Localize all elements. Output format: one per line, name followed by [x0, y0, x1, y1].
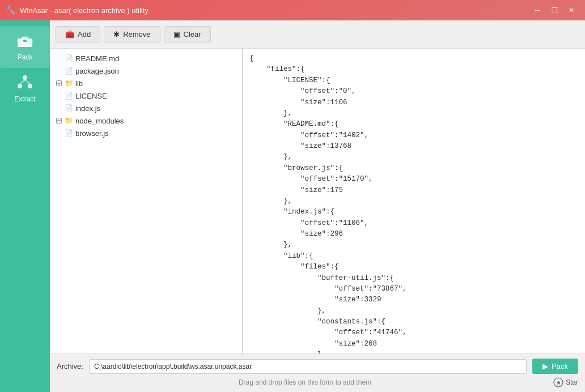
bottom-bar: Archive: ▶ Pack Drag and drop files on t… — [50, 353, 585, 392]
add-button[interactable]: 🧰 Add — [56, 26, 100, 42]
content-area: 🧰 Add ✱ Remove ▣ Clear 📄 README.md — [50, 20, 585, 392]
tree-item-label: index.js — [75, 104, 100, 113]
archive-row: Archive: ▶ Pack — [57, 359, 578, 374]
svg-line-7 — [20, 80, 25, 84]
minimize-button[interactable]: ─ — [529, 4, 545, 16]
tree-expander — [54, 129, 63, 138]
archive-label: Archive: — [57, 362, 83, 370]
tree-item-label: lib — [75, 79, 83, 88]
list-item[interactable]: 📄 index.js — [50, 102, 242, 114]
tree-expander — [54, 104, 63, 113]
remove-label: Remove — [123, 30, 150, 39]
archive-input[interactable] — [89, 359, 527, 374]
list-item[interactable]: 📄 browser.js — [50, 127, 242, 139]
file-icon: 📄 — [65, 129, 73, 137]
file-icon: 📄 — [65, 104, 73, 112]
file-icon: 📄 — [65, 92, 73, 100]
file-icon: 📄 — [65, 54, 73, 62]
tree-item-label: node_modules — [75, 117, 124, 125]
star-icon: ★ — [553, 377, 563, 387]
svg-rect-1 — [22, 37, 28, 40]
file-icon: 📄 — [65, 67, 73, 75]
pack-label: Pack — [552, 362, 568, 370]
file-tree-pane: 📄 README.md 📄 package.json 📁 lib — [50, 49, 243, 353]
extract-icon — [16, 75, 33, 93]
remove-icon: ✱ — [113, 30, 120, 39]
pack-button[interactable]: ▶ Pack — [532, 359, 578, 374]
tree-item-label: browser.js — [75, 129, 109, 138]
tree-expander — [54, 91, 63, 100]
sidebar-item-pack[interactable]: Pack — [0, 26, 50, 68]
list-item[interactable]: 📄 README.md — [50, 52, 242, 65]
svg-point-6 — [28, 84, 32, 88]
svg-point-4 — [23, 75, 27, 80]
list-item[interactable]: 📄 LICENSE — [50, 90, 242, 102]
folder-icon: 📁 — [65, 79, 73, 87]
remove-button[interactable]: ✱ Remove — [104, 26, 160, 42]
title-bar: 🔧 WinAsar - asar( electron archive ) uti… — [0, 0, 585, 20]
list-item[interactable]: 📄 package.json — [50, 65, 242, 77]
window-controls: ─ ❐ ✕ — [529, 4, 579, 16]
tree-item-label: LICENSE — [75, 92, 107, 100]
tree-item-label: package.json — [75, 67, 119, 75]
list-item[interactable]: 📁 lib — [50, 77, 242, 90]
svg-text:★: ★ — [556, 380, 561, 386]
restore-button[interactable]: ❐ — [546, 4, 562, 16]
folder-icon: 📁 — [65, 117, 73, 125]
tree-expander — [54, 54, 63, 63]
svg-rect-3 — [23, 40, 27, 42]
list-item[interactable]: 📁 node_modules — [50, 114, 242, 127]
svg-point-5 — [18, 84, 22, 88]
split-pane: 📄 README.md 📄 package.json 📁 lib — [50, 49, 585, 353]
tree-expander — [54, 66, 63, 75]
pack-icon: ▶ — [542, 362, 548, 370]
app-icon: 🔧 — [6, 6, 15, 15]
clear-icon: ▣ — [173, 30, 180, 39]
tree-expander — [54, 116, 63, 125]
clear-button[interactable]: ▣ Clear — [164, 26, 211, 42]
drag-hint-row: Drag and drop files on this form to add … — [57, 377, 578, 387]
sidebar-extract-label: Extract — [14, 95, 35, 103]
sidebar-pack-label: Pack — [18, 53, 33, 61]
main-container: Pack Extract 🧰 Add — [0, 20, 585, 392]
toolbar: 🧰 Add ✱ Remove ▣ Clear — [50, 20, 585, 49]
sidebar: Pack Extract — [0, 20, 50, 392]
app-title: WinAsar - asar( electron archive ) utili… — [20, 6, 529, 15]
tree-item-label: README.md — [75, 54, 119, 63]
clear-label: Clear — [184, 30, 201, 39]
add-icon: 🧰 — [65, 30, 74, 39]
drag-hint-text: Drag and drop files on this form to add … — [57, 378, 553, 386]
svg-line-8 — [25, 80, 30, 84]
json-viewer: { "files":{ "LICENSE":{ "offset":"0", "s… — [243, 49, 585, 353]
sidebar-item-extract[interactable]: Extract — [0, 68, 50, 110]
star-link[interactable]: ★ Star — [553, 377, 578, 387]
star-label: Star — [566, 378, 578, 386]
tree-expander — [54, 79, 63, 88]
add-label: Add — [78, 30, 91, 39]
close-button[interactable]: ✕ — [563, 4, 579, 16]
pack-icon — [16, 33, 33, 51]
